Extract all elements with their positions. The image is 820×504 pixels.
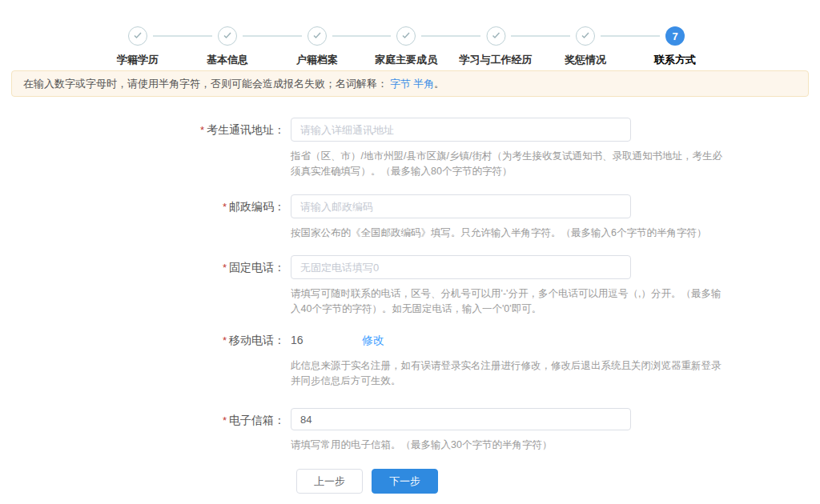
required-asterisk: *	[200, 124, 204, 136]
step-connector	[243, 35, 302, 37]
stepper-step-label: 户籍档案	[296, 53, 338, 67]
contact-form: *考生通讯地址： 指省（区、市）/地市州盟/县市区旗/乡镇/街村（为考生接收复试…	[0, 118, 820, 494]
field-row-email: *电子信箱： 请填写常用的电子信箱。（最多输入30个字节的半角字符）	[0, 408, 820, 453]
mobile-modify-link[interactable]: 修改	[362, 334, 384, 346]
stepper-step-7-current: 7 联系方式	[654, 26, 696, 67]
stepper-step-label: 家庭主要成员	[375, 53, 437, 67]
address-help: 指省（区、市）/地市州盟/县市区旗/乡镇/街村（为考生接收复试通知书、录取通知书…	[291, 149, 723, 179]
notice-text: 在输入数字或字母时，请使用半角字符，否则可能会造成报名失败；名词解释：	[23, 78, 388, 90]
email-input[interactable]	[291, 408, 631, 430]
step-done-circle	[486, 26, 505, 46]
stepper-step-label: 联系方式	[654, 53, 696, 67]
glossary-link-halfwidth[interactable]: 半角	[413, 78, 434, 90]
form-actions: 上一步 下一步	[296, 469, 820, 494]
landline-help: 请填写可随时联系的电话，区号、分机号可以用'-'分开，多个电话可以用逗号（,）分…	[291, 286, 723, 317]
step-done-circle	[128, 26, 147, 46]
field-row-landline: *固定电话： 请填写可随时联系的电话，区号、分机号可以用'-'分开，多个电话可以…	[0, 255, 820, 317]
stepper-step-3: 户籍档案	[296, 26, 338, 67]
mobile-value: 16	[291, 332, 359, 348]
field-row-mobile: *移动电话： 16 修改 此信息来源于实名注册，如有误请登录实名注册进行修改，修…	[0, 332, 820, 389]
check-icon	[312, 29, 322, 43]
field-row-address: *考生通讯地址： 指省（区、市）/地市州盟/县市区旗/乡镇/街村（为考生接收复试…	[0, 118, 820, 179]
stepper-step-5: 学习与工作经历	[460, 26, 533, 67]
mobile-help: 此信息来源于实名注册，如有误请登录实名注册进行修改，修改后退出系统且关闭浏览器重…	[291, 358, 723, 389]
glossary-link-byte[interactable]: 字节	[390, 78, 411, 90]
notice-suffix: 。	[434, 78, 444, 90]
postcode-label: *邮政编码：	[0, 194, 285, 219]
required-asterisk: *	[223, 334, 227, 346]
stepper-step-6: 奖惩情况	[565, 26, 606, 67]
halfwidth-notice-bar: 在输入数字或字母时，请使用半角字符，否则可能会造成报名失败；名词解释：字节半角。	[11, 70, 809, 97]
stepper-step-label: 学习与工作经历	[460, 53, 533, 67]
stepper-step-label: 基本信息	[207, 53, 248, 67]
previous-step-button[interactable]: 上一步	[296, 469, 363, 494]
required-asterisk: *	[223, 262, 227, 274]
step-done-circle	[576, 26, 595, 46]
stepper-step-1: 学籍学历	[117, 26, 159, 67]
stepper-step-2: 基本信息	[207, 26, 248, 67]
check-icon	[491, 29, 500, 43]
step-connector	[601, 35, 660, 37]
postcode-input[interactable]	[291, 194, 631, 218]
next-step-button[interactable]: 下一步	[372, 469, 438, 494]
address-label: *考生通讯地址：	[0, 118, 285, 142]
landline-label: *固定电话：	[0, 255, 285, 280]
check-icon	[401, 29, 411, 43]
postcode-help: 按国家公布的《全国邮政编码》填写。只允许输入半角字符。（最多输入6个字节的半角字…	[291, 226, 723, 241]
landline-input[interactable]	[291, 255, 631, 279]
email-label: *电子信箱：	[0, 408, 285, 433]
check-icon	[133, 29, 143, 43]
mobile-label: *移动电话：	[0, 332, 285, 349]
stepper-step-4: 家庭主要成员	[375, 26, 437, 67]
stepper-step-label: 学籍学历	[117, 53, 159, 67]
step-done-circle	[218, 26, 237, 46]
check-icon	[581, 29, 590, 43]
step-active-circle: 7	[665, 26, 685, 46]
address-input[interactable]	[291, 118, 631, 142]
check-icon	[223, 29, 232, 43]
stepper-step-label: 奖惩情况	[565, 53, 606, 67]
step-done-circle	[396, 26, 416, 46]
required-asterisk: *	[223, 201, 227, 213]
step-connector	[153, 35, 212, 37]
registration-contact-page: 学籍学历 基本信息 户籍档案 家庭主要成员 学习与工作经历	[0, 0, 820, 504]
required-asterisk: *	[223, 414, 227, 426]
stepper: 学籍学历 基本信息 户籍档案 家庭主要成员 学习与工作经历	[0, 0, 820, 70]
step-number: 7	[672, 30, 677, 42]
step-done-circle	[308, 26, 327, 46]
email-help: 请填写常用的电子信箱。（最多输入30个字节的半角字符）	[291, 438, 723, 453]
field-row-postcode: *邮政编码： 按国家公布的《全国邮政编码》填写。只允许输入半角字符。（最多输入6…	[0, 194, 820, 241]
